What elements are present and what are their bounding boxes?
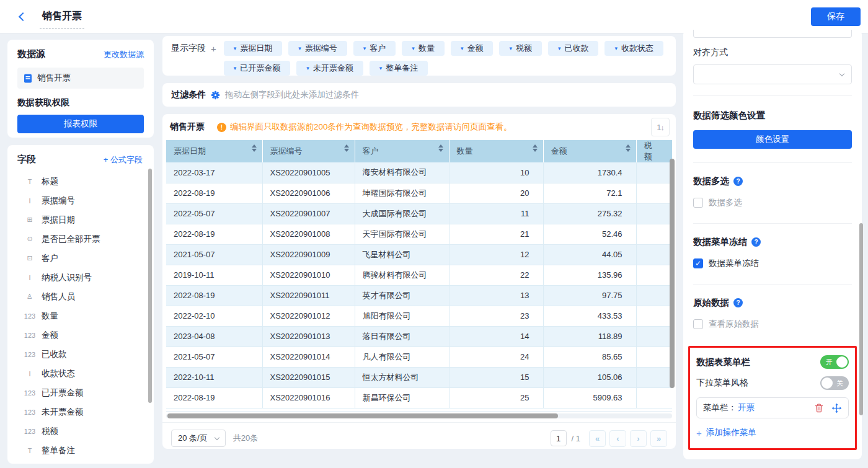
cell-qty: 23 xyxy=(449,306,543,326)
add-formula-field-link[interactable]: + 公式字段 xyxy=(104,154,143,166)
menu-freeze-checkbox-row[interactable]: ✓ 数据菜单冻结 xyxy=(693,258,852,269)
checkbox-unchecked[interactable] xyxy=(693,319,703,329)
field-chip[interactable]: ▾ 票据编号 xyxy=(288,41,347,56)
next-page-button[interactable]: › xyxy=(630,430,647,447)
table-row[interactable]: 2022-05-07 XS20220901007 大成国际有限公司 11 275… xyxy=(166,203,672,224)
table-row[interactable]: 2021-05-07 XS20220901014 凡人有限公司 24 85.65 xyxy=(166,347,672,367)
field-chip[interactable]: ▾ 税额 xyxy=(499,41,542,56)
table-row[interactable]: 2022-03-17 XS20220901005 海安材料有限公司 10 173… xyxy=(166,162,672,183)
checkbox-unchecked[interactable] xyxy=(693,198,703,208)
field-item[interactable]: I 纳税人识别号 xyxy=(17,268,148,287)
dropdown-style-toggle-off[interactable]: 关 xyxy=(820,376,849,390)
move-icon[interactable] xyxy=(831,403,842,413)
column-header-qty[interactable]: 数量 xyxy=(449,140,543,162)
sort-arrows-icon[interactable] xyxy=(438,144,443,152)
field-item[interactable]: I 收款状态 xyxy=(17,364,148,383)
partial-row xyxy=(166,408,672,412)
trash-icon[interactable] xyxy=(814,403,824,413)
help-icon[interactable]: ? xyxy=(733,177,743,186)
column-header-amount[interactable]: 金额 xyxy=(543,140,636,162)
field-item[interactable]: ⊞ 票据日期 xyxy=(17,210,148,229)
field-chip[interactable]: ▾ 客户 xyxy=(353,41,396,56)
table-row[interactable]: 2022-08-19 XS20220901011 英才有限公司 13 97.75 xyxy=(166,285,672,306)
column-header-tax[interactable]: 税额 xyxy=(636,140,672,162)
sort-arrows-icon[interactable] xyxy=(252,144,257,152)
field-item[interactable]: T 整单备注 xyxy=(17,441,148,460)
back-button[interactable] xyxy=(15,9,31,25)
field-item[interactable]: 123 数量 xyxy=(17,306,148,325)
cell-tax xyxy=(636,203,672,224)
field-chip[interactable]: ▾ 未开票金额 xyxy=(296,61,363,76)
field-item[interactable]: 123 金额 xyxy=(17,325,148,345)
field-chip[interactable]: ▾ 收款状态 xyxy=(604,41,663,56)
table-vertical-scrollbar-thumb[interactable] xyxy=(670,159,675,388)
checkbox-checked[interactable]: ✓ xyxy=(693,258,703,268)
table-row[interactable]: 2023-04-08 XS20220901013 落日有限公司 14 118.8… xyxy=(166,326,672,347)
field-item[interactable]: 123 未开票金额 xyxy=(17,402,148,422)
field-item[interactable]: 123 税额 xyxy=(17,422,148,441)
first-page-button[interactable]: « xyxy=(589,430,606,447)
field-item[interactable]: ⊙ 是否已全部开票 xyxy=(17,229,148,249)
field-chip[interactable]: ▾ 金额 xyxy=(451,41,494,56)
table-row[interactable]: 2019-10-11 XS20220901010 腾骏材料有限公司 22 135… xyxy=(166,265,672,285)
sort-arrows-icon[interactable] xyxy=(626,144,631,152)
field-chip[interactable]: ▾ 票据日期 xyxy=(224,41,283,56)
horizontal-scrollbar-track[interactable] xyxy=(166,413,672,418)
truncated-input[interactable] xyxy=(693,30,852,38)
field-chip[interactable]: ▾ 整单备注 xyxy=(370,61,428,76)
table-row[interactable]: 2022-08-19 XS20220901008 天宇国际有限公司 21 52.… xyxy=(166,224,672,244)
table-row[interactable]: 2021-05-07 XS20220901009 飞星材料公司 12 44.05 xyxy=(166,244,672,265)
horizontal-scrollbar-thumb[interactable] xyxy=(167,413,558,418)
column-header-customer[interactable]: 客户 xyxy=(355,140,449,162)
divider xyxy=(693,162,852,163)
display-field-chips: ▾ 票据日期 ▾ 票据编号 ▾ 客户 ▾ 数量 xyxy=(224,41,667,76)
field-item[interactable]: T 标题 xyxy=(17,172,148,191)
field-item-label: 票据日期 xyxy=(42,214,75,226)
field-chip[interactable]: ▾ 已开票金额 xyxy=(224,61,291,76)
menu-item-row[interactable]: 菜单栏： 开票 xyxy=(696,397,849,418)
save-button[interactable]: 保存 xyxy=(811,7,861,26)
help-icon[interactable]: ? xyxy=(751,237,761,247)
cell-date: 2022-08-19 xyxy=(166,183,262,203)
cell-customer: 新昌环保公司 xyxy=(355,387,449,408)
filter-dropzone-placeholder[interactable]: 拖动左侧字段到此处来添加过滤条件 xyxy=(225,89,359,100)
sort-arrows-icon[interactable] xyxy=(344,144,349,152)
column-header-date[interactable]: 票据日期 xyxy=(166,140,262,162)
add-action-menu-link[interactable]: + 添加操作菜单 xyxy=(696,427,849,438)
preview-notice: ! 编辑界面只取数据源前200条作为查询数据预览，完整数据请访问页面查看。 xyxy=(217,121,512,133)
fields-scrollbar[interactable] xyxy=(148,169,152,403)
table-row[interactable]: 2022-10-11 XS20220901015 恒太方材料公司 15 105.… xyxy=(166,367,672,387)
report-permission-button[interactable]: 报表权限 xyxy=(17,115,144,133)
multi-select-checkbox-row[interactable]: 数据多选 xyxy=(693,197,852,208)
current-page-input[interactable]: 1 xyxy=(551,430,567,446)
page-size-select[interactable]: 20 条/页 xyxy=(171,430,226,447)
sort-tool-button[interactable]: 1↓ xyxy=(651,118,670,136)
field-item[interactable]: 123 已开票金额 xyxy=(17,383,148,402)
column-header-no[interactable]: 票据编号 xyxy=(262,140,355,162)
field-item[interactable]: ♙ 销售人员 xyxy=(17,287,148,306)
panel-vertical-scrollbar-thumb[interactable] xyxy=(859,223,863,415)
menubar-toggle-on[interactable]: 开 xyxy=(820,355,849,369)
gear-icon[interactable] xyxy=(211,91,220,100)
sort-arrows-icon[interactable] xyxy=(533,144,538,152)
help-icon[interactable]: ? xyxy=(733,298,743,307)
raw-data-heading: 原始数据 ? xyxy=(693,297,852,309)
raw-data-checkbox-row[interactable]: 查看原始数据 xyxy=(693,319,852,330)
menu-freeze-checkbox-label: 数据菜单冻结 xyxy=(709,258,759,269)
add-display-field-button[interactable]: + xyxy=(211,43,216,54)
prev-page-button[interactable]: ‹ xyxy=(609,430,626,447)
change-datasource-link[interactable]: 更改数据源 xyxy=(104,49,144,60)
color-settings-button[interactable]: 颜色设置 xyxy=(693,130,852,149)
field-item[interactable]: I 票据编号 xyxy=(17,191,148,210)
field-chip[interactable]: ▾ 数量 xyxy=(402,41,445,56)
table-row[interactable]: 2022-02-10 XS20220901012 旭阳有限公司 23 433.5… xyxy=(166,306,672,326)
field-item[interactable]: 123 已收款 xyxy=(17,345,148,364)
field-item[interactable]: ⊡ 客户 xyxy=(17,249,148,268)
cell-no: XS20220901016 xyxy=(262,387,355,408)
field-chip[interactable]: ▾ 已收款 xyxy=(548,41,599,56)
table-row[interactable]: 2022-08-19 XS20220901016 新昌环保公司 25 5909.… xyxy=(166,387,672,408)
last-page-button[interactable]: » xyxy=(650,430,667,447)
table-row[interactable]: 2022-08-19 XS20220901006 坤曜国际有限公司 20 72.… xyxy=(166,183,672,203)
align-select[interactable] xyxy=(693,64,852,84)
datasource-item[interactable]: 销售开票 xyxy=(17,68,144,89)
